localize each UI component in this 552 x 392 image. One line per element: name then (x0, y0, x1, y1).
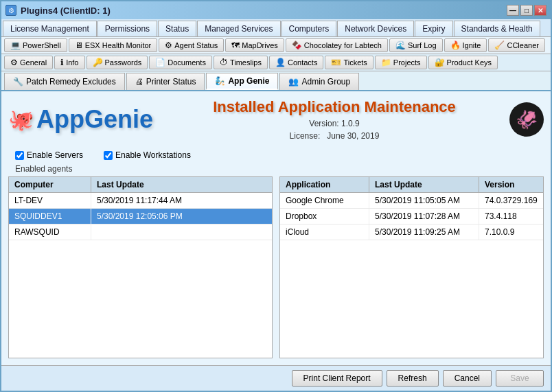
app-title-area: Installed Application Maintenance Versio… (213, 98, 456, 141)
ccleaner-button[interactable]: 🧹 CCleaner (488, 38, 544, 52)
toolbar-row1: 💻 PowerShell 🖥 ESX Health Monitor ⚙ Agen… (1, 37, 551, 54)
esx-icon: 🖥 (75, 41, 83, 50)
general-button[interactable]: ⚙ General (4, 56, 53, 69)
tickets-button[interactable]: 🎫 Tickets (325, 56, 373, 69)
mapdrives-button[interactable]: 🗺 MapDrives (225, 38, 284, 52)
print-client-report-button[interactable]: Print Client Report (292, 370, 382, 387)
tab-status[interactable]: Status (158, 21, 196, 36)
passwords-icon: 🔑 (93, 58, 103, 67)
license-label: License: (290, 131, 321, 141)
close-button[interactable]: ✕ (534, 5, 547, 16)
projects-icon: 📁 (381, 58, 391, 67)
tab-network-devices[interactable]: Network Devices (337, 21, 414, 36)
ignite-icon: 🔥 (450, 41, 461, 50)
tab-app-genie[interactable]: 🧞 App Genie (206, 73, 278, 90)
info-button[interactable]: ℹ Info (54, 56, 84, 69)
logo-text: 🐙 AppGenie (8, 105, 159, 134)
enable-servers-checkbox[interactable]: Enable Servers (15, 150, 83, 160)
tables-row: Computer Last Update LT-DEV 5/30/2019 11… (8, 176, 544, 358)
table-row[interactable]: Dropbox 5/30/2019 11:07:28 AM 73.4.118 (280, 209, 543, 224)
computer-name: SQUIDDEV1 (9, 209, 91, 224)
ccleaner-icon: 🧹 (494, 41, 505, 50)
footer: Print Client Report Refresh Cancel Save (1, 365, 551, 391)
app-version: 74.0.3729.169 (479, 193, 543, 208)
last-update-value: 5/30/2019 11:17:44 AM (91, 193, 201, 208)
tab-standards-health[interactable]: Standards & Health (454, 21, 540, 36)
app-icon: ⚙ (5, 5, 16, 16)
computers-table-header: Computer Last Update (9, 177, 272, 193)
timeslips-button[interactable]: ⏱ Timeslips (214, 56, 268, 69)
tickets-icon: 🎫 (331, 58, 341, 67)
last-update-value (91, 224, 201, 240)
tab-bar: 🔧 Patch Remedy Excludes 🖨 Printer Status… (1, 71, 551, 91)
app-version: 7.10.0.9 (479, 224, 543, 240)
table-row[interactable]: RAWSQUID (9, 224, 272, 240)
contacts-button[interactable]: 👤 Contacts (269, 56, 323, 69)
enabled-agents-label: Enabled agents (8, 164, 544, 174)
applications-table-body: Google Chrome 5/30/2019 11:05:05 AM 74.0… (280, 193, 543, 358)
chocolatey-icon: 🍫 (292, 41, 302, 50)
save-button[interactable]: Save (496, 370, 544, 387)
minimize-button[interactable]: — (507, 5, 519, 16)
agent-status-button[interactable]: ⚙ Agent Status (159, 38, 224, 52)
logo-mascot: 🐙 (8, 108, 34, 132)
table-row[interactable]: SQUIDDEV1 5/30/2019 12:05:06 PM (9, 209, 272, 224)
app-last-update: 5/30/2019 11:05:05 AM (369, 193, 479, 208)
product-keys-button[interactable]: 🔐 Product Keys (428, 56, 498, 69)
app-last-update: 5/30/2019 11:07:28 AM (369, 209, 479, 224)
squid-icon: 🦑 (516, 109, 538, 130)
tab-admin-group[interactable]: 👥 Admin Group (279, 73, 359, 90)
chocolatey-button[interactable]: 🍫 Chocolatey for Labtech (286, 38, 388, 52)
admin-group-icon: 👥 (288, 77, 299, 87)
toolbar-row2: ⚙ General ℹ Info 🔑 Passwords 📄 Documents… (1, 54, 551, 71)
enable-workstations-input[interactable] (104, 151, 113, 160)
application-col-header: Application (280, 177, 369, 192)
computers-table-body: LT-DEV 5/30/2019 11:17:44 AM SQUIDDEV1 5… (9, 193, 272, 358)
documents-button[interactable]: 📄 Documents (149, 56, 212, 69)
patch-remedy-icon: 🔧 (13, 77, 23, 87)
esx-health-button[interactable]: 🖥 ESX Health Monitor (69, 38, 158, 52)
cancel-button[interactable]: Cancel (443, 370, 492, 387)
tab-printer-status[interactable]: 🖨 Printer Status (126, 73, 205, 90)
tab-license-management[interactable]: License Management (3, 21, 97, 36)
application-name: Dropbox (280, 209, 369, 224)
agent-icon: ⚙ (165, 41, 172, 50)
version-col-header: Version (479, 177, 544, 192)
app-last-update-col-header: Last Update (369, 177, 479, 192)
enable-workstations-checkbox[interactable]: Enable Workstations (104, 150, 191, 160)
tab-managed-services[interactable]: Managed Services (197, 21, 280, 36)
tab-permissions[interactable]: Permissions (97, 21, 157, 36)
table-row[interactable]: LT-DEV 5/30/2019 11:17:44 AM (9, 193, 272, 209)
version-info: Version: 1.0.9 (213, 119, 456, 128)
ignite-button[interactable]: 🔥 Ignite (444, 38, 487, 52)
window-title: Plugins4 (ClientID: 1) (21, 5, 111, 16)
maximize-button[interactable]: □ (520, 5, 533, 16)
computer-col-header: Computer (9, 177, 91, 192)
title-controls: — □ ✕ (507, 5, 547, 16)
enable-workstations-label: Enable Workstations (115, 150, 191, 160)
general-icon: ⚙ (10, 58, 18, 67)
table-row[interactable]: iCloud 5/30/2019 11:09:25 AM 7.10.0.9 (280, 224, 543, 240)
printer-icon: 🖨 (135, 77, 143, 87)
computers-table: Computer Last Update LT-DEV 5/30/2019 11… (8, 176, 273, 358)
application-name: Google Chrome (280, 193, 369, 208)
passwords-button[interactable]: 🔑 Passwords (87, 56, 148, 69)
projects-button[interactable]: 📁 Projects (375, 56, 427, 69)
app-genie-icon: 🧞 (215, 76, 225, 86)
tab-expiry[interactable]: Expiry (415, 21, 452, 36)
enable-servers-label: Enable Servers (27, 150, 83, 160)
applications-table: Application Last Update Version Google C… (279, 176, 544, 358)
app-last-update: 5/30/2019 11:09:25 AM (369, 224, 479, 240)
enable-servers-input[interactable] (15, 151, 24, 160)
license-info: License: June 30, 2019 (213, 131, 456, 141)
surflog-button[interactable]: 🌊 Surf Log (389, 38, 443, 52)
logo-brand-text: AppGenie (36, 105, 153, 134)
title-bar-left: ⚙ Plugins4 (ClientID: 1) (5, 5, 111, 16)
refresh-button[interactable]: Refresh (387, 370, 439, 387)
last-update-col-header: Last Update (91, 177, 201, 192)
table-row[interactable]: Google Chrome 5/30/2019 11:05:05 AM 74.0… (280, 193, 543, 209)
powershell-icon: 💻 (10, 41, 21, 50)
tab-patch-remedy[interactable]: 🔧 Patch Remedy Excludes (4, 73, 125, 90)
powershell-button[interactable]: 💻 PowerShell (4, 38, 67, 52)
tab-computers[interactable]: Computers (281, 21, 337, 36)
